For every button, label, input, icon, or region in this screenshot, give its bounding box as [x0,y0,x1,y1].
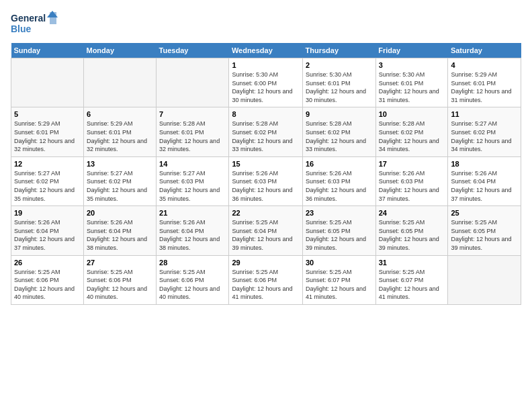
svg-text:General: General [11,13,46,24]
day-number: 15 [232,160,300,168]
week-row-3: 19Sunrise: 5:26 AMSunset: 6:04 PMDayligh… [11,206,521,255]
day-info: Sunrise: 5:27 AMSunset: 6:02 PMDaylight:… [14,169,81,203]
day-number: 6 [87,110,153,118]
week-row-0: 1Sunrise: 5:30 AMSunset: 6:00 PMDaylight… [11,58,521,107]
day-cell: 16Sunrise: 5:26 AMSunset: 6:03 PMDayligh… [302,156,375,205]
week-row-2: 12Sunrise: 5:27 AMSunset: 6:02 PMDayligh… [11,156,521,205]
day-number: 28 [159,259,226,267]
day-number: 3 [379,61,445,69]
day-info: Sunrise: 5:29 AMSunset: 6:01 PMDaylight:… [451,71,518,104]
day-cell: 18Sunrise: 5:26 AMSunset: 6:04 PMDayligh… [448,156,521,205]
day-info: Sunrise: 5:30 AMSunset: 6:00 PMDaylight:… [232,71,300,104]
header-row: SundayMondayTuesdayWednesdayThursdayFrid… [11,43,521,58]
day-number: 18 [451,160,518,168]
day-info: Sunrise: 5:28 AMSunset: 6:02 PMDaylight:… [306,120,373,153]
day-cell: 22Sunrise: 5:25 AMSunset: 6:04 PMDayligh… [229,206,303,255]
day-cell: 4Sunrise: 5:29 AMSunset: 6:01 PMDaylight… [448,58,521,107]
day-number: 22 [232,209,300,217]
day-info: Sunrise: 5:30 AMSunset: 6:01 PMDaylight:… [379,71,445,104]
day-info: Sunrise: 5:25 AMSunset: 6:06 PMDaylight:… [232,268,300,302]
day-number: 17 [379,160,445,168]
day-cell: 12Sunrise: 5:27 AMSunset: 6:02 PMDayligh… [11,156,84,205]
day-number: 7 [159,110,226,118]
day-info: Sunrise: 5:29 AMSunset: 6:01 PMDaylight:… [14,120,81,153]
day-cell: 11Sunrise: 5:27 AMSunset: 6:02 PMDayligh… [448,107,521,156]
day-cell [448,255,521,304]
day-info: Sunrise: 5:26 AMSunset: 6:03 PMDaylight:… [306,169,373,203]
day-cell: 3Sunrise: 5:30 AMSunset: 6:01 PMDaylight… [375,58,448,107]
day-cell: 26Sunrise: 5:25 AMSunset: 6:06 PMDayligh… [11,255,84,304]
day-cell [11,58,84,107]
day-number: 11 [451,110,518,118]
day-info: Sunrise: 5:25 AMSunset: 6:05 PMDaylight:… [451,218,518,252]
day-cell: 20Sunrise: 5:26 AMSunset: 6:04 PMDayligh… [83,206,156,255]
day-cell: 25Sunrise: 5:25 AMSunset: 6:05 PMDayligh… [448,206,521,255]
page-header: General Blue [11,11,521,38]
day-number: 30 [306,259,373,267]
header-wednesday: Wednesday [229,43,303,58]
day-cell: 21Sunrise: 5:26 AMSunset: 6:04 PMDayligh… [157,206,229,255]
day-cell: 13Sunrise: 5:27 AMSunset: 6:02 PMDayligh… [83,156,156,205]
header-sunday: Sunday [11,43,84,58]
day-cell: 15Sunrise: 5:26 AMSunset: 6:03 PMDayligh… [229,156,303,205]
day-info: Sunrise: 5:26 AMSunset: 6:03 PMDaylight:… [232,169,300,203]
day-number: 2 [306,61,373,69]
week-row-4: 26Sunrise: 5:25 AMSunset: 6:06 PMDayligh… [11,255,521,304]
day-cell: 29Sunrise: 5:25 AMSunset: 6:06 PMDayligh… [229,255,303,304]
day-number: 31 [379,259,445,267]
calendar-table: SundayMondayTuesdayWednesdayThursdayFrid… [11,43,521,305]
day-cell: 24Sunrise: 5:25 AMSunset: 6:05 PMDayligh… [375,206,448,255]
day-number: 8 [232,110,300,118]
day-number: 12 [14,160,81,168]
day-number: 1 [232,61,300,69]
day-cell: 9Sunrise: 5:28 AMSunset: 6:02 PMDaylight… [302,107,375,156]
day-cell: 17Sunrise: 5:26 AMSunset: 6:03 PMDayligh… [375,156,448,205]
logo: General Blue [11,11,58,38]
day-info: Sunrise: 5:27 AMSunset: 6:02 PMDaylight:… [451,120,518,153]
day-number: 4 [451,61,518,69]
logo-svg: General Blue [11,11,58,38]
day-info: Sunrise: 5:26 AMSunset: 6:03 PMDaylight:… [379,169,445,203]
day-info: Sunrise: 5:26 AMSunset: 6:04 PMDaylight:… [87,218,153,252]
day-cell: 5Sunrise: 5:29 AMSunset: 6:01 PMDaylight… [11,107,84,156]
week-row-1: 5Sunrise: 5:29 AMSunset: 6:01 PMDaylight… [11,107,521,156]
header-monday: Monday [83,43,156,58]
day-cell: 8Sunrise: 5:28 AMSunset: 6:02 PMDaylight… [229,107,303,156]
day-info: Sunrise: 5:26 AMSunset: 6:04 PMDaylight:… [451,169,518,203]
day-info: Sunrise: 5:29 AMSunset: 6:01 PMDaylight:… [87,120,153,153]
day-info: Sunrise: 5:25 AMSunset: 6:07 PMDaylight:… [306,268,373,302]
day-cell: 28Sunrise: 5:25 AMSunset: 6:06 PMDayligh… [157,255,229,304]
day-info: Sunrise: 5:25 AMSunset: 6:04 PMDaylight:… [232,218,300,252]
day-number: 20 [87,209,153,217]
day-info: Sunrise: 5:26 AMSunset: 6:04 PMDaylight:… [159,218,226,252]
day-cell: 31Sunrise: 5:25 AMSunset: 6:07 PMDayligh… [375,255,448,304]
day-info: Sunrise: 5:28 AMSunset: 6:02 PMDaylight:… [232,120,300,153]
day-info: Sunrise: 5:26 AMSunset: 6:04 PMDaylight:… [14,218,81,252]
svg-text:Blue: Blue [11,24,32,34]
day-info: Sunrise: 5:25 AMSunset: 6:07 PMDaylight:… [379,268,445,302]
day-number: 23 [306,209,373,217]
day-number: 29 [232,259,300,267]
day-number: 25 [451,209,518,217]
day-number: 10 [379,110,445,118]
day-number: 27 [87,259,153,267]
day-number: 24 [379,209,445,217]
day-cell: 14Sunrise: 5:27 AMSunset: 6:03 PMDayligh… [157,156,229,205]
header-tuesday: Tuesday [157,43,229,58]
day-cell: 6Sunrise: 5:29 AMSunset: 6:01 PMDaylight… [83,107,156,156]
day-cell: 19Sunrise: 5:26 AMSunset: 6:04 PMDayligh… [11,206,84,255]
day-info: Sunrise: 5:25 AMSunset: 6:06 PMDaylight:… [87,268,153,302]
day-info: Sunrise: 5:25 AMSunset: 6:06 PMDaylight:… [14,268,81,302]
header-thursday: Thursday [302,43,375,58]
day-number: 14 [159,160,226,168]
day-cell: 30Sunrise: 5:25 AMSunset: 6:07 PMDayligh… [302,255,375,304]
day-info: Sunrise: 5:27 AMSunset: 6:02 PMDaylight:… [87,169,153,203]
day-info: Sunrise: 5:25 AMSunset: 6:05 PMDaylight:… [379,218,445,252]
day-number: 19 [14,209,81,217]
day-info: Sunrise: 5:25 AMSunset: 6:06 PMDaylight:… [159,268,226,302]
day-info: Sunrise: 5:28 AMSunset: 6:01 PMDaylight:… [159,120,226,153]
day-cell: 2Sunrise: 5:30 AMSunset: 6:01 PMDaylight… [302,58,375,107]
day-number: 16 [306,160,373,168]
day-number: 13 [87,160,153,168]
day-info: Sunrise: 5:30 AMSunset: 6:01 PMDaylight:… [306,71,373,104]
